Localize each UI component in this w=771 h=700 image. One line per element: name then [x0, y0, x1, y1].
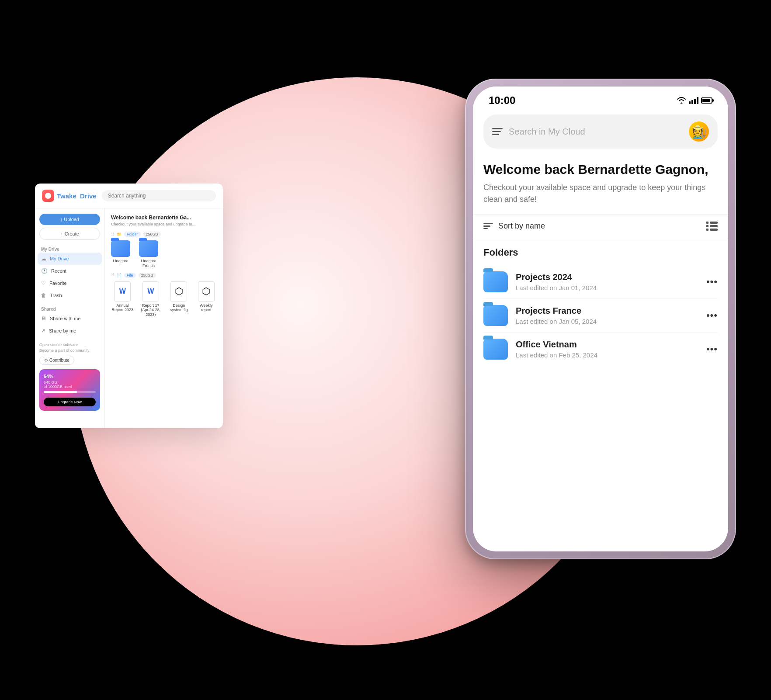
- more-options-icon[interactable]: •••: [706, 343, 718, 355]
- list-item[interactable]: Projects 2024 Last edited on Jan 01, 202…: [483, 265, 718, 299]
- file-icon: 📄: [117, 273, 122, 277]
- folder-info: Office Vietnam Last edited on Feb 25, 20…: [516, 340, 698, 359]
- list-item[interactable]: W Annual Report 2023: [111, 281, 134, 317]
- word-icon: W: [114, 281, 131, 301]
- create-button[interactable]: + Create: [39, 228, 100, 240]
- drag-icon: ⠿: [111, 273, 114, 277]
- word-icon: W: [142, 281, 159, 301]
- phone-welcome-title: Welcome back Bernardette Gagnon,: [483, 162, 718, 177]
- sidebar-item-share-with-me[interactable]: 🖥 Share with me: [35, 312, 104, 325]
- hamburger-menu-icon[interactable]: [492, 128, 503, 135]
- sidebar-item-my-drive[interactable]: ☁ My Drive: [38, 253, 102, 265]
- list-item[interactable]: W Report 17 (Apr 24-28, 2023): [139, 281, 163, 317]
- folder-icon: [139, 240, 158, 257]
- app-logo-text: Twake Drive: [57, 192, 97, 200]
- folders-section-title: Folders: [483, 247, 718, 258]
- folder-name: Office Vietnam: [516, 340, 698, 350]
- desktop-body: ↑ Upload + Create My Drive ☁ My Drive 🕐 …: [35, 208, 223, 428]
- share-by-me-icon: ↗: [41, 328, 45, 334]
- list-item[interactable]: Projects France Last edited on Jan 05, 2…: [483, 299, 718, 333]
- share-with-me-icon: 🖥: [41, 315, 46, 322]
- folder-size-badge: 256GB: [143, 232, 161, 237]
- upgrade-button[interactable]: Upgrade Now: [44, 398, 96, 406]
- file-name: Weekly report: [196, 303, 217, 313]
- sidebar-item-trash[interactable]: 🗑 Trash: [35, 289, 104, 301]
- cloud-icon: ☁: [41, 256, 46, 262]
- list-item[interactable]: Linagora French: [135, 240, 162, 268]
- heart-icon: ♡: [41, 280, 46, 286]
- storage-card: 64% 640 GB of 1000GB used Upgrade Now: [39, 369, 100, 411]
- desktop-welcome-subtitle: Checkout your available space and upgrad…: [111, 222, 217, 226]
- trash-icon: 🗑: [41, 292, 46, 298]
- list-item[interactable]: Office Vietnam Last edited on Feb 25, 20…: [483, 333, 718, 366]
- logo-icon: [42, 190, 54, 202]
- file-type-badge: File: [124, 273, 136, 278]
- sidebar-item-share-by-me[interactable]: ↗ Share by me: [35, 325, 104, 337]
- clock-icon: 🕐: [41, 268, 48, 274]
- storage-used: 640 GB: [44, 380, 96, 385]
- avatar-emoji: 🧑‍🌾: [691, 125, 707, 139]
- desktop-main-content: Welcome back Bernardette Ga... Checkout …: [105, 208, 223, 428]
- logo-area: Twake Drive: [42, 190, 97, 202]
- list-item[interactable]: ⬡ Weekly report: [196, 281, 217, 317]
- shared-section-title: Shared: [35, 305, 104, 312]
- list-view-icon[interactable]: [706, 222, 718, 231]
- file-name: Report 17 (Apr 24-28, 2023): [139, 303, 163, 317]
- desktop-welcome-title: Welcome back Bernardette Ga...: [111, 215, 217, 221]
- phone-status-bar: 10:00: [473, 87, 728, 110]
- phone-folders-section: Folders Projects 2024 Last edited on Jan…: [473, 238, 728, 366]
- folder-date: Last edited on Jan 01, 2024: [516, 284, 698, 291]
- desktop-search-input[interactable]: [102, 190, 216, 201]
- folder-icon: [483, 339, 508, 360]
- folder-name: Linagora: [113, 259, 128, 263]
- wifi-icon: [677, 97, 686, 104]
- phone-search-bar[interactable]: Search in My Cloud 🧑‍🌾: [483, 114, 718, 149]
- section-icon: 📁: [117, 232, 122, 236]
- contribute-button[interactable]: ⚙ Contribute: [39, 356, 74, 365]
- status-time: 10:00: [489, 94, 515, 107]
- desktop-window: Twake Drive ↑ Upload + Create My Drive ☁…: [35, 184, 223, 428]
- folder-name: Projects France: [516, 306, 698, 316]
- hamburger-line: [492, 128, 503, 129]
- folder-name: Linagora French: [135, 259, 162, 268]
- file-name: Annual Report 2023: [111, 303, 134, 313]
- more-options-icon[interactable]: •••: [706, 276, 718, 288]
- hamburger-line: [492, 134, 499, 135]
- phone-welcome: Welcome back Bernardette Gagnon, Checkou…: [473, 157, 728, 214]
- storage-bar-fill: [44, 391, 77, 393]
- user-avatar[interactable]: 🧑‍🌾: [689, 121, 709, 142]
- my-drive-section-title: My Drive: [35, 245, 104, 253]
- folder-icon: [483, 271, 508, 292]
- sort-bar[interactable]: Sort by name: [473, 214, 728, 238]
- files-section: ⠿ 📄 File 256GB W Annual Report 2023 W Re…: [111, 273, 217, 317]
- figma-icon: ⬡: [170, 281, 187, 301]
- status-icons: [677, 97, 712, 104]
- list-item[interactable]: Linagora: [111, 240, 130, 268]
- sort-label: Sort by name: [498, 222, 706, 231]
- figma-icon: ⬡: [198, 281, 215, 301]
- more-options-icon[interactable]: •••: [706, 310, 718, 321]
- sidebar-footer: Open source software Become a part of co…: [35, 337, 104, 416]
- search-placeholder: Search in My Cloud: [509, 127, 683, 137]
- list-item[interactable]: ⬡ Design system.fig: [167, 281, 191, 317]
- sidebar-item-recent[interactable]: 🕐 Recent: [35, 265, 104, 277]
- folder-info: Projects France Last edited on Jan 05, 2…: [516, 306, 698, 325]
- sidebar-item-favorite[interactable]: ♡ Favorite: [35, 277, 104, 289]
- storage-bar-bg: [44, 391, 96, 393]
- desktop-header: Twake Drive: [35, 184, 223, 208]
- folder-type-badge: Folder: [124, 232, 141, 237]
- folder-icon: [111, 240, 130, 257]
- folder-date: Last edited on Jan 05, 2024: [516, 318, 698, 325]
- folder-section-header: ⠿ 📁 Folder 256GB: [111, 232, 217, 237]
- upload-button[interactable]: ↑ Upload: [39, 214, 100, 225]
- phone-mockup: 10:00: [465, 79, 736, 559]
- folders-section: ⠿ 📁 Folder 256GB Linagora Linagora Frenc…: [111, 232, 217, 268]
- file-size-badge: 256GB: [139, 273, 156, 278]
- footer-title: Open source software Become a part of co…: [39, 342, 100, 353]
- hamburger-line: [492, 131, 501, 132]
- phone-welcome-subtitle: Checkout your available space and upgrad…: [483, 182, 718, 205]
- file-section-header: ⠿ 📄 File 256GB: [111, 273, 217, 278]
- storage-total: of 1000GB used: [44, 385, 96, 389]
- sort-icon: [483, 223, 493, 229]
- scene: Twake Drive ↑ Upload + Create My Drive ☁…: [0, 0, 771, 700]
